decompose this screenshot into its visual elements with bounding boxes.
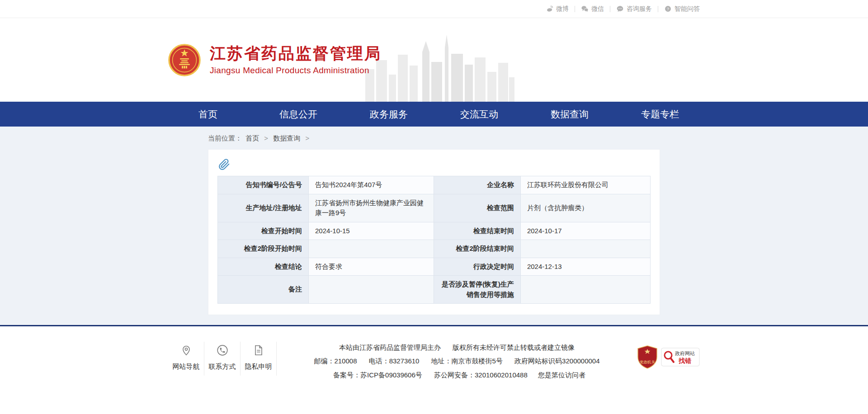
main-nav: 首页 信息公开 政务服务 交流互动 数据查询 专题专栏 [0, 102, 868, 127]
nav-item-interaction[interactable]: 交流互动 [434, 102, 524, 127]
field-label: 检查2阶段结束时间 [434, 240, 520, 258]
page: 微博 微信 咨询服务 ? 智能问答 [0, 0, 868, 414]
field-value [520, 240, 650, 258]
site-footer: 网站导航 联系方式 [0, 326, 868, 414]
party-gov-badge-label: 党政机关 [640, 360, 656, 364]
topbar-link-wechat[interactable]: 微信 [581, 5, 604, 13]
footer-quick-links: 网站导航 联系方式 [168, 342, 277, 376]
smart-qa-icon: ? [664, 5, 672, 13]
report-badge-line2: 找错 [678, 357, 691, 364]
phone-icon [217, 343, 228, 357]
table-row: 检查结论 符合要求 行政决定时间 2024-12-13 [218, 258, 651, 276]
field-label: 生产地址/注册地址 [218, 194, 309, 222]
field-label: 检查开始时间 [218, 222, 309, 240]
footer-info-line: 邮编：210008 电话：83273610 地址：南京市鼓楼街5号 政府网站标识… [284, 355, 630, 367]
table-row: 告知书编号/公告号 告知书2024年第407号 企业名称 江苏联环药业股份有限公… [218, 176, 651, 194]
footer-host-text: 本站由江苏省药品监督管理局主办 [339, 343, 441, 351]
map-pin-icon [180, 343, 192, 357]
field-value: 2024-12-13 [520, 258, 650, 276]
field-value: 江苏省扬州市扬州生物健康产业园健康一路9号 [308, 194, 434, 222]
svg-text:?: ? [667, 7, 669, 11]
footer-info: 本站由江苏省药品监督管理局主办 版权所有未经许可禁止转载或者建立镜像 邮编：21… [277, 340, 637, 383]
footer-site-code: 政府网站标识码3200000004 [514, 357, 599, 365]
nav-item-home[interactable]: 首页 [163, 102, 253, 127]
field-value: 符合要求 [308, 258, 434, 276]
field-value: 2024-10-15 [308, 222, 434, 240]
site-title: 江苏省药品监督管理局 [210, 44, 382, 62]
nav-item-data-query[interactable]: 数据查询 [524, 102, 615, 127]
field-label: 企业名称 [434, 176, 520, 194]
table-row: 检查开始时间 2024-10-15 检查结束时间 2024-10-17 [218, 222, 651, 240]
inspection-detail-table: 告知书编号/公告号 告知书2024年第407号 企业名称 江苏联环药业股份有限公… [217, 176, 651, 304]
detail-card: 告知书编号/公告号 告知书2024年第407号 企业名称 江苏联环药业股份有限公… [208, 149, 660, 315]
field-label: 行政决定时间 [434, 258, 520, 276]
nav-item-gov-services[interactable]: 政务服务 [344, 102, 434, 127]
field-label: 检查结束时间 [434, 222, 520, 240]
breadcrumb-link-data-query[interactable]: 数据查询 [273, 134, 300, 142]
topbar: 微博 微信 咨询服务 ? 智能问答 [0, 0, 868, 18]
breadcrumb-separator: > [264, 134, 268, 142]
breadcrumb-separator: > [305, 134, 309, 142]
report-badge-line1: 政府网站 [675, 351, 695, 356]
footer-visitor-counter: 您是第位访问者 [538, 371, 585, 379]
table-row: 生产地址/注册地址 江苏省扬州市扬州生物健康产业园健康一路9号 检查范围 片剂（… [218, 194, 651, 222]
breadcrumb-prefix: 当前位置： [208, 134, 242, 142]
topbar-link-label: 智能问答 [675, 5, 700, 13]
footer-badges: 党政机关 政府网站 找错 [637, 345, 700, 369]
site-title-block: 江苏省药品监督管理局 Jiangsu Medical Products Admi… [210, 44, 382, 75]
field-label: 备注 [218, 276, 309, 304]
topbar-divider [658, 6, 658, 12]
footer-link-label: 隐私申明 [245, 362, 272, 371]
footer-link-privacy[interactable]: 隐私申明 [241, 342, 277, 376]
topbar-divider [610, 6, 610, 12]
nav-item-info-disclosure[interactable]: 信息公开 [253, 102, 344, 127]
footer-link-label: 网站导航 [173, 362, 200, 371]
footer-postcode: 邮编：210008 [314, 357, 357, 365]
topbar-link-label: 微信 [591, 5, 604, 13]
footer-copyright-text: 版权所有未经许可禁止转载或者建立镜像 [453, 343, 575, 351]
footer-host-line: 本站由江苏省药品监督管理局主办 版权所有未经许可禁止转载或者建立镜像 [284, 342, 630, 353]
topbar-link-weibo[interactable]: 微博 [546, 5, 569, 13]
site-subtitle: Jiangsu Medical Products Administration [210, 66, 382, 75]
footer-link-label: 联系方式 [209, 362, 236, 371]
field-label: 是否涉及暂停(恢复)生产销售使用等措施 [434, 276, 520, 304]
footer-phone: 电话：83273610 [369, 357, 420, 365]
paperclip-icon [218, 159, 651, 170]
field-value: 告知书2024年第407号 [308, 176, 434, 194]
field-label: 检查结论 [218, 258, 309, 276]
topbar-divider [575, 6, 575, 12]
content-area: 当前位置： 首页 > 数据查询 > 告知书编号/公告号 告知书2024年第407… [0, 127, 868, 325]
topbar-link-consult[interactable]: 咨询服务 [616, 5, 652, 13]
field-value [308, 276, 434, 304]
party-gov-badge[interactable]: 党政机关 [637, 345, 658, 369]
field-value: 2024-10-17 [520, 222, 650, 240]
footer-link-site-map[interactable]: 网站导航 [168, 342, 204, 376]
site-error-report-badge[interactable]: 政府网站 找错 [661, 348, 700, 367]
site-logo[interactable]: 江苏省药品监督管理局 Jiangsu Medical Products Admi… [168, 44, 382, 76]
topbar-links: 微博 微信 咨询服务 ? 智能问答 [168, 0, 700, 18]
footer-police-number: 苏公网安备：32010602010488 [434, 371, 528, 379]
consult-service-icon [616, 5, 624, 13]
table-row: 备注 是否涉及暂停(恢复)生产销售使用等措施 [218, 276, 651, 304]
topbar-link-label: 咨询服务 [627, 5, 652, 13]
weibo-icon [546, 5, 553, 13]
field-label: 检查范围 [434, 194, 520, 222]
table-row: 检查2阶段开始时间 检查2阶段结束时间 [218, 240, 651, 258]
field-value: 片剂（含抗肿瘤类） [520, 194, 650, 222]
site-header: 江苏省药品监督管理局 Jiangsu Medical Products Admi… [0, 18, 868, 102]
national-emblem-icon [168, 44, 201, 76]
footer-record-line: 备案号：苏ICP备09039606号 苏公网安备：32010602010488 … [284, 369, 630, 381]
topbar-link-smart-qa[interactable]: ? 智能问答 [664, 5, 700, 13]
nav-item-special-topics[interactable]: 专题专栏 [615, 102, 705, 127]
field-label: 检查2阶段开始时间 [218, 240, 309, 258]
privacy-doc-icon [253, 343, 264, 357]
footer-icp-number: 备案号：苏ICP备09039606号 [333, 371, 422, 379]
field-value [520, 276, 650, 304]
breadcrumb-link-home[interactable]: 首页 [245, 134, 259, 142]
city-skyline-illustration [365, 34, 514, 102]
footer-address: 地址：南京市鼓楼街5号 [431, 357, 503, 365]
footer-link-contact[interactable]: 联系方式 [204, 342, 241, 376]
wechat-icon [581, 5, 589, 13]
breadcrumb: 当前位置： 首页 > 数据查询 > [208, 130, 660, 149]
field-value [308, 240, 434, 258]
